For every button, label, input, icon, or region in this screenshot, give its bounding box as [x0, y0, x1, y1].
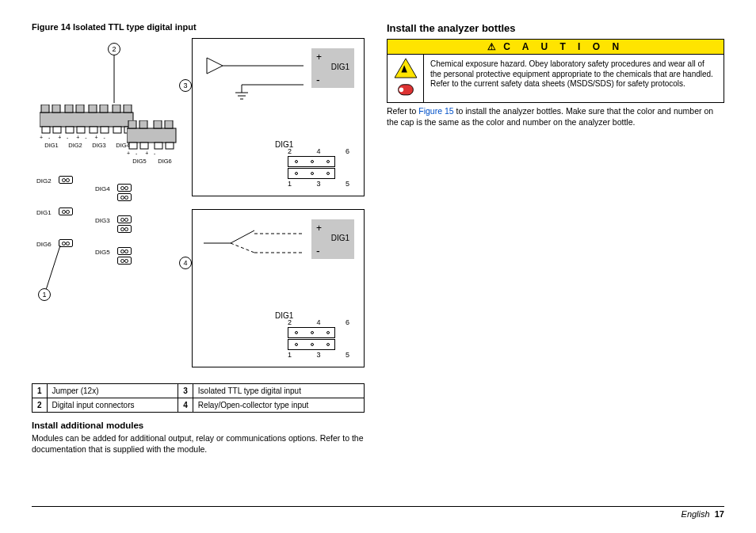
svg-rect-18 [127, 128, 176, 143]
caution-text: Chemical exposure hazard. Obey laborator… [424, 55, 724, 102]
svg-rect-26 [166, 143, 174, 149]
label-dig5: DIG5 [132, 158, 147, 165]
footer-page-number: 17 [715, 509, 724, 519]
legend-3-text: Isolated TTL type digital input [193, 384, 364, 398]
label-dig2: DIG2 [68, 142, 82, 149]
caution-word: C A U T I O N [503, 41, 624, 52]
jumper-dig3-a [117, 215, 132, 223]
svg-rect-11 [53, 127, 61, 133]
svg-rect-16 [113, 127, 121, 133]
refer-pre: Refer to [387, 106, 418, 116]
jumper-dig4-b [117, 193, 132, 201]
protective-equipment-icon [394, 82, 418, 99]
svg-rect-13 [77, 127, 85, 133]
figure-14-diagram: 2 [32, 38, 365, 377]
svg-rect-24 [140, 143, 148, 149]
install-bottles-heading: Install the analyzer bottles [387, 22, 724, 34]
svg-marker-40 [395, 59, 417, 78]
svg-line-36 [231, 230, 254, 243]
callout-4: 4 [179, 257, 192, 269]
chemical-hazard-icon [394, 58, 418, 78]
svg-rect-15 [101, 127, 109, 133]
plus-label-2: + [316, 223, 322, 234]
legend-4-num: 4 [178, 398, 193, 413]
svg-rect-3 [52, 105, 60, 112]
svg-rect-1 [40, 112, 133, 127]
legend-2-text: Digital input connectors [47, 398, 178, 413]
minus-label: - [316, 74, 320, 86]
connector-grid-bot: 2 4 6 1 3 5 [288, 318, 354, 359]
svg-rect-9 [124, 105, 132, 112]
legend-3-num: 3 [178, 384, 193, 398]
svg-rect-12 [66, 127, 74, 133]
svg-rect-19 [128, 120, 136, 128]
dig1-box-label-2: DIG1 [331, 234, 349, 242]
plus-label: + [316, 51, 322, 63]
jumper-dig5-a [117, 247, 132, 255]
svg-rect-23 [129, 143, 137, 149]
polarity-row-2: + - + - [127, 150, 156, 156]
install-bottles-paragraph: Refer to Figure 15 to install the analyz… [387, 106, 724, 128]
svg-rect-10 [42, 127, 50, 133]
callout-2: 2 [108, 43, 120, 55]
footer-language: English [682, 509, 710, 519]
conn-bot-nums-2: 1 3 5 [288, 351, 354, 359]
conn-top-nums-2: 2 4 6 [288, 318, 354, 326]
svg-rect-21 [154, 120, 162, 128]
svg-marker-28 [207, 58, 223, 74]
conn-bot-nums: 1 3 5 [288, 180, 354, 188]
polarity-row-1: + - + - + - + - [40, 135, 106, 140]
figure-legend-table: 1 Jumper (12x) 3 Isolated TTL type digit… [32, 383, 365, 413]
label-dig1: DIG1 [44, 142, 59, 149]
jumper-dig4-a [117, 184, 132, 192]
relay-input-panel: + - DIG1 DIG1 2 4 6 1 3 5 [192, 209, 365, 367]
jumper-dig2 [59, 176, 73, 184]
conn-top-nums: 2 4 6 [288, 147, 354, 155]
minus-label-2: - [316, 245, 320, 257]
svg-rect-22 [165, 120, 173, 128]
svg-rect-14 [90, 127, 97, 133]
svg-line-39 [231, 243, 254, 253]
callout-3: 3 [179, 79, 192, 92]
jumper-dig3-b [117, 225, 132, 233]
figure-caption: Figure 14 Isolated TTL type digital inpu… [32, 22, 365, 32]
legend-2-num: 2 [32, 398, 48, 413]
warning-triangle-icon: ⚠ [487, 41, 496, 52]
legend-1-num: 1 [32, 384, 48, 398]
svg-rect-4 [65, 105, 73, 112]
svg-rect-25 [155, 143, 162, 149]
relay-schematic-icon [199, 221, 310, 268]
legend-4-text: Relay/Open-collector type input [193, 398, 364, 413]
ttl-input-panel: + - DIG1 DIG1 2 4 6 1 3 5 [192, 38, 365, 196]
dig1-terminal-box-2: + - DIG1 [311, 219, 354, 259]
dig1-box-label: DIG1 [331, 63, 349, 71]
caution-header: ⚠ C A U T I O N [388, 40, 724, 55]
jumper-dig1 [59, 207, 73, 215]
figure-15-link[interactable]: Figure 15 [418, 106, 453, 116]
jumper-dig5-b [117, 257, 132, 265]
connector-grid-top: 2 4 6 1 3 5 [288, 147, 354, 188]
caution-box: ⚠ C A U T I O N Chemical exposure hazard… [387, 39, 724, 103]
install-modules-heading: Install additional modules [32, 421, 365, 430]
svg-line-27 [46, 246, 60, 290]
dig1-terminal-box: + - DIG1 [311, 48, 354, 88]
page-footer: English 17 [32, 506, 724, 519]
jumper-dig3-label: DIG3 [95, 217, 110, 224]
jumper-dig4-label: DIG4 [95, 185, 110, 192]
svg-rect-8 [113, 105, 120, 112]
terminal-block-5-6 [127, 120, 178, 152]
svg-rect-5 [76, 105, 84, 112]
svg-point-42 [399, 88, 403, 93]
legend-1-text: Jumper (12x) [47, 384, 178, 398]
jumper-dig2-label: DIG2 [36, 177, 52, 185]
svg-rect-20 [139, 120, 147, 128]
svg-rect-7 [100, 105, 108, 112]
svg-rect-6 [89, 105, 97, 112]
callout-1: 1 [38, 288, 51, 301]
jumper-dig1-label: DIG1 [36, 209, 52, 216]
label-dig3: DIG3 [92, 142, 106, 149]
label-dig6: DIG6 [158, 158, 172, 165]
install-modules-paragraph: Modules can be added for additional outp… [32, 433, 365, 455]
terminal-block-1-4 [40, 105, 135, 136]
svg-rect-2 [41, 105, 49, 112]
